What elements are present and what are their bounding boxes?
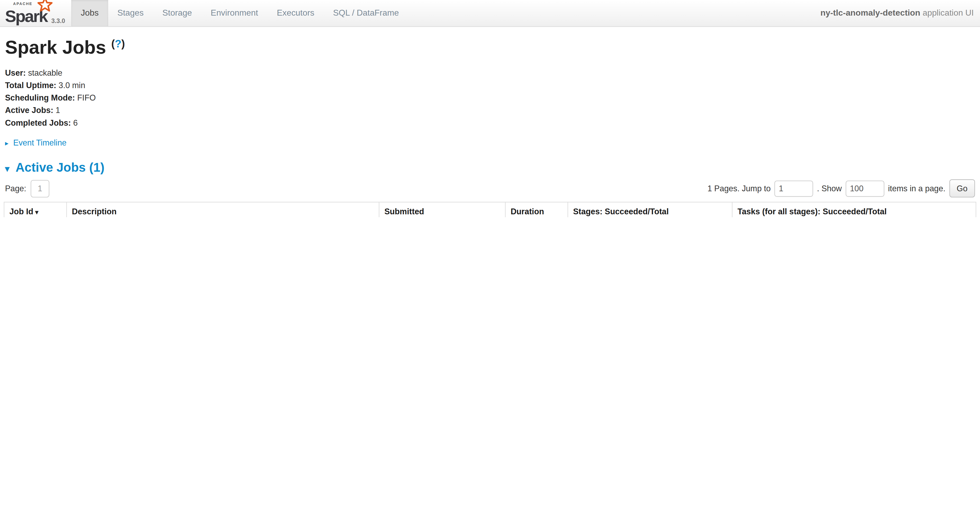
items-text: items in a page. — [888, 184, 946, 193]
items-per-page-input[interactable] — [846, 180, 884, 196]
summary-label: Total Uptime: — [5, 81, 56, 90]
summary-value: 6 — [73, 118, 78, 127]
sort-desc-icon: ▾ — [35, 209, 38, 216]
nav-tab[interactable]: Stages — [108, 0, 153, 26]
nav-tab[interactable]: Storage — [153, 0, 201, 26]
spark-ui-page: APACHE Spark 3.3.0 Jobs Stages Storage E… — [0, 0, 980, 217]
go-button[interactable]: Go — [949, 179, 975, 197]
application-suffix: application UI — [920, 8, 974, 17]
column-header[interactable]: Description — [67, 202, 379, 217]
summary-value: 3.0 min — [59, 81, 85, 90]
nav-tab[interactable]: Environment — [201, 0, 267, 26]
nav-tab[interactable]: SQL / DataFrame — [324, 0, 408, 26]
active-jobs-table: Job Id▾ Description Submitted Duration S… — [4, 202, 976, 217]
pagination-bar: Page: 1 Pages. Jump to . Show items in a… — [5, 179, 975, 197]
help-parens: (?) — [111, 38, 125, 50]
caret-down-icon: ▾ — [5, 164, 10, 174]
page-title: Spark Jobs (?) — [5, 37, 980, 58]
column-header[interactable]: Job Id▾ — [4, 202, 67, 217]
summary-label: Scheduling Mode: — [5, 93, 75, 102]
summary-value: stackable — [28, 68, 62, 77]
summary-item: Completed Jobs: 6 — [5, 118, 980, 127]
spark-version: 3.3.0 — [51, 17, 65, 24]
column-header[interactable]: Submitted — [379, 202, 505, 217]
column-header[interactable]: Duration — [505, 202, 568, 217]
summary-label: Completed Jobs: — [5, 118, 71, 127]
spark-logo: APACHE Spark 3.3.0 — [0, 0, 72, 26]
application-title: ny-tlc-anomaly-detection application UI — [821, 0, 980, 26]
summary-value: FIFO — [77, 93, 96, 102]
summary-item: Active Jobs: 1 — [5, 106, 980, 115]
summary-value: 1 — [56, 106, 60, 115]
apache-label: APACHE — [13, 2, 33, 6]
pages-jump-text: 1 Pages. Jump to — [707, 184, 771, 193]
spark-star-icon — [38, 0, 52, 13]
nav-tabs: Jobs Stages Storage Environment Executor… — [72, 0, 408, 26]
column-header[interactable]: Stages: Succeeded/Total — [568, 202, 732, 217]
summary-label: User: — [5, 68, 26, 77]
nav-tab[interactable]: Jobs — [72, 0, 108, 26]
page-label: Page: — [5, 184, 26, 193]
page-number-input[interactable] — [31, 179, 49, 197]
summary-label: Active Jobs: — [5, 106, 54, 115]
summary-item: Scheduling Mode: FIFO — [5, 93, 980, 102]
job-summary-list: User: stackable Total Uptime: 3.0 min Sc… — [5, 68, 980, 127]
summary-item: User: stackable — [5, 68, 980, 77]
jump-to-page-input[interactable] — [774, 180, 813, 196]
show-text: . Show — [817, 184, 842, 193]
summary-item: Total Uptime: 3.0 min — [5, 81, 980, 90]
column-header[interactable]: Tasks (for all stages): Succeeded/Total — [732, 202, 976, 217]
event-timeline-toggle[interactable]: ▸ Event Timeline — [5, 138, 980, 148]
nav-tab[interactable]: Executors — [267, 0, 324, 26]
active-jobs-pagination-top: Page: 1 Pages. Jump to . Show items in a… — [0, 179, 980, 197]
active-jobs-heading[interactable]: ▾ Active Jobs (1) — [5, 160, 980, 175]
caret-right-icon: ▸ — [5, 140, 8, 147]
application-name: ny-tlc-anomaly-detection — [821, 8, 920, 17]
help-link[interactable]: ? — [115, 38, 121, 50]
navbar: APACHE Spark 3.3.0 Jobs Stages Storage E… — [0, 0, 980, 27]
